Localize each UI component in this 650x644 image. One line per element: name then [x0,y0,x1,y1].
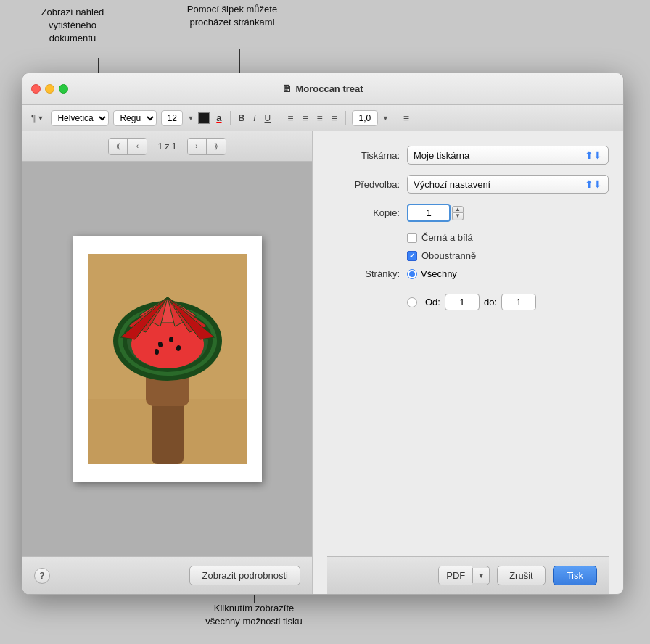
close-button[interactable] [31,84,41,94]
preset-row: Předvolba: Výchozí nastavení ⬆⬇ [327,175,609,194]
to-page-input[interactable] [501,294,536,310]
toolbar: ¶ ▼ Helvetica Regula ▼ a B I U ≡ ≡ ≡ ≡ ▼… [22,105,623,131]
bw-row: Černá a bílá [407,232,609,243]
callout-preview: Zobrazí náhled vytištěného dokumentu [22,6,123,46]
maximize-button[interactable] [59,84,68,94]
options-panel: Tiskárna: Moje tiskárna ⬆⬇ Předvolba: Vý… [313,131,623,594]
range-pages-radio[interactable] [407,297,417,307]
align-justify-button[interactable]: ≡ [329,111,340,125]
line-spacing-input[interactable] [352,110,378,126]
first-page-button[interactable]: ⟪ [109,139,128,154]
page-navigation-bar: ⟪ ‹ 1 z 1 › ⟫ [22,131,312,162]
pages-range-row: Od: do: [407,294,609,310]
bw-checkbox[interactable] [407,233,417,243]
font-style-select[interactable]: Regula [113,110,157,126]
printer-row: Tiskárna: Moje tiskárna ⬆⬇ [327,146,609,165]
font-name-select[interactable]: Helvetica [51,110,109,126]
align-center-button[interactable]: ≡ [300,111,310,125]
italic-button[interactable]: I [251,112,258,125]
font-size-input[interactable] [161,110,183,126]
action-bar: PDF ▼ Zrušit Tisk [327,556,609,594]
font-size-chevron-icon: ▼ [187,115,194,122]
toolbar-separator-2 [279,111,279,125]
preview-panel: ⟪ ‹ 1 z 1 › ⟫ [22,131,313,594]
all-pages-option: Všechny [407,268,609,279]
from-page-input[interactable] [445,294,480,310]
last-page-button[interactable]: ⟫ [207,139,226,154]
traffic-lights [31,84,68,94]
callout-details: Kliknutím zobrazíte všechny možnosti tis… [181,602,326,628]
font-color-a-button[interactable]: a [214,111,223,125]
pages-control: Všechny [407,268,609,279]
paragraph-icon: ¶ [31,113,36,123]
minimize-button[interactable] [45,84,54,94]
pages-label: Stránky: [327,268,400,279]
color-swatch[interactable] [198,112,210,124]
copies-decrement-button[interactable]: ▼ [452,213,464,220]
align-left-button[interactable]: ≡ [285,111,295,125]
copies-input[interactable] [407,204,451,222]
pdf-dropdown-button[interactable]: ▼ [472,568,489,583]
all-pages-label: Všechny [421,268,457,279]
printer-select-arrow-icon: ⬆⬇ [585,149,602,161]
duplex-label: Oboustranně [421,250,476,261]
duplex-checkbox[interactable] [407,251,417,261]
prev-nav-group: ⟪ ‹ [108,138,147,155]
preview-bottom-bar: ? Zobrazit podrobnosti [22,556,312,594]
pdf-main-button[interactable]: PDF [439,566,472,585]
printer-select[interactable]: Moje tiskárna ⬆⬇ [407,146,609,165]
paragraph-chevron-icon: ▼ [37,115,44,122]
pdf-button-group: PDF ▼ [438,566,490,585]
pages-row: Stránky: Všechny [327,268,609,279]
preset-select[interactable]: Výchozí nastavení ⬆⬇ [407,175,609,194]
bw-label: Černá a bílá [421,232,473,243]
page-indicator: 1 z 1 [153,141,181,152]
preset-select-control: Výchozí nastavení ⬆⬇ [407,175,609,194]
next-page-button[interactable]: › [188,139,207,154]
main-content: ⟪ ‹ 1 z 1 › ⟫ [22,131,623,594]
preset-label: Předvolba: [327,179,400,190]
preset-select-arrow-icon: ⬆⬇ [585,178,602,190]
to-label: do: [484,297,497,307]
next-nav-group: › ⟫ [187,138,226,155]
window-title: 🖹 Moroccan treat [282,83,363,94]
doc-icon: 🖹 [282,83,292,94]
spacing-chevron-icon: ▼ [382,115,389,122]
copies-stepper: ▲ ▼ [452,206,464,220]
cancel-button[interactable]: Zrušit [497,566,546,585]
print-button[interactable]: Tisk [553,566,597,585]
copies-increment-button[interactable]: ▲ [452,206,464,213]
titlebar: 🖹 Moroccan treat [22,73,623,105]
all-pages-radio[interactable] [407,269,417,279]
printer-label: Tiskárna: [327,150,400,161]
duplex-row: Oboustranně [407,250,609,261]
copies-row: Kopie: ▲ ▼ [327,204,609,222]
list-button[interactable]: ≡ [401,111,411,125]
toolbar-separator-3 [345,111,346,125]
underline-button[interactable]: U [263,112,273,125]
align-right-button[interactable]: ≡ [315,111,325,125]
paragraph-style-picker[interactable]: ¶ ▼ [28,112,46,125]
toolbar-separator-4 [395,111,395,125]
title-text: Moroccan treat [295,83,363,94]
preview-image [88,254,247,464]
print-dialog-window: 🖹 Moroccan treat ¶ ▼ Helvetica Regula ▼ … [22,73,624,595]
help-button[interactable]: ? [34,568,50,584]
page-preview [73,236,262,482]
callout-arrows: Pomocí šipek můžete procházet stránkami [160,3,305,29]
printer-select-control: Moje tiskárna ⬆⬇ [407,146,609,165]
copies-label: Kopie: [327,207,400,218]
from-label: Od: [425,297,440,307]
bold-button[interactable]: B [236,112,247,125]
preview-area [22,162,312,556]
prev-page-button[interactable]: ‹ [128,139,147,154]
toolbar-separator-1 [230,111,231,125]
copies-control: ▲ ▼ [407,204,609,222]
show-details-button[interactable]: Zobrazit podrobnosti [189,566,300,585]
